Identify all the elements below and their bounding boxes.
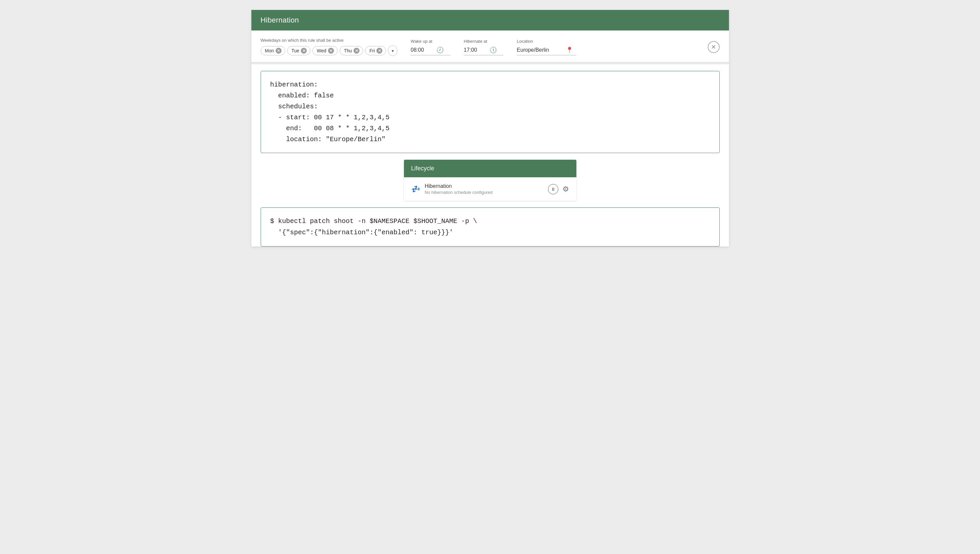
wake-up-group: Wake up at 🕗 bbox=[410, 39, 450, 55]
hibernate-input[interactable] bbox=[464, 47, 487, 53]
weekday-chips: Mon ✕ Tue ✕ Wed ✕ Thu ✕ Fri ✕ bbox=[261, 45, 397, 56]
divider bbox=[251, 62, 729, 64]
hibernate-group: Hibernate at 🕔 bbox=[464, 39, 503, 55]
chip-wed-label: Wed bbox=[317, 48, 326, 53]
chip-thu[interactable]: Thu ✕ bbox=[340, 46, 363, 55]
chip-mon[interactable]: Mon ✕ bbox=[261, 46, 285, 55]
chip-thu-remove[interactable]: ✕ bbox=[354, 48, 359, 54]
chip-tue[interactable]: Tue ✕ bbox=[287, 46, 311, 55]
hibernate-clock-icon: 🕔 bbox=[490, 46, 497, 54]
wake-up-label: Wake up at bbox=[410, 39, 450, 44]
chip-thu-label: Thu bbox=[344, 48, 352, 53]
chip-wed-remove[interactable]: ✕ bbox=[328, 48, 334, 54]
chip-mon-label: Mon bbox=[265, 48, 274, 53]
chip-tue-remove[interactable]: ✕ bbox=[301, 48, 307, 54]
close-button[interactable]: ✕ bbox=[708, 41, 720, 53]
header-bar: Hibernation bbox=[251, 10, 729, 30]
weekday-label: Weekdays on which this rule shall be act… bbox=[261, 38, 397, 43]
page-title: Hibernation bbox=[261, 16, 720, 24]
wake-up-input-wrap: 🕗 bbox=[410, 46, 450, 55]
weekday-group: Weekdays on which this rule shall be act… bbox=[261, 38, 397, 56]
terminal-content: $ kubectl patch shoot -n $NAMESPACE $SHO… bbox=[270, 216, 710, 238]
lifecycle-body: 💤 Hibernation No hibernation schedule co… bbox=[404, 177, 576, 201]
chip-fri[interactable]: Fri ✕ bbox=[365, 46, 386, 55]
location-input[interactable] bbox=[517, 47, 563, 53]
lifecycle-actions: ⏸ ⚙ bbox=[548, 184, 569, 194]
pause-button[interactable]: ⏸ bbox=[548, 184, 559, 194]
wake-up-clock-icon: 🕗 bbox=[436, 46, 444, 54]
hibernate-label: Hibernate at bbox=[464, 39, 503, 44]
yaml-content: hibernation: enabled: false schedules: -… bbox=[270, 79, 710, 145]
location-pin-icon: 📍 bbox=[566, 46, 573, 54]
location-label: Location bbox=[517, 39, 576, 44]
lifecycle-header: Lifecycle bbox=[404, 160, 576, 177]
wake-up-input[interactable] bbox=[410, 47, 434, 53]
location-group: Location 📍 bbox=[517, 39, 576, 55]
hibernation-item-sub: No hibernation schedule configured bbox=[425, 190, 543, 195]
page-wrapper: Hibernation Weekdays on which this rule … bbox=[251, 10, 729, 247]
chip-tue-label: Tue bbox=[292, 48, 300, 53]
lifecycle-title: Lifecycle bbox=[411, 165, 434, 172]
chip-wed[interactable]: Wed ✕ bbox=[313, 46, 338, 55]
terminal-block: $ kubectl patch shoot -n $NAMESPACE $SHO… bbox=[261, 207, 720, 247]
sleep-icon: 💤 bbox=[411, 185, 420, 194]
yaml-block: hibernation: enabled: false schedules: -… bbox=[261, 71, 720, 153]
chip-mon-remove[interactable]: ✕ bbox=[276, 48, 282, 54]
hibernation-item-title: Hibernation bbox=[425, 183, 543, 189]
hibernate-input-wrap: 🕔 bbox=[464, 46, 503, 55]
weekday-dropdown[interactable]: ▾ bbox=[388, 45, 397, 56]
controls-section: Weekdays on which this rule shall be act… bbox=[251, 30, 729, 62]
lifecycle-text: Hibernation No hibernation schedule conf… bbox=[425, 183, 543, 195]
gear-button[interactable]: ⚙ bbox=[562, 185, 569, 194]
lifecycle-panel: Lifecycle 💤 Hibernation No hibernation s… bbox=[404, 160, 576, 201]
location-input-wrap: 📍 bbox=[517, 46, 576, 55]
chip-fri-label: Fri bbox=[369, 48, 375, 53]
chip-fri-remove[interactable]: ✕ bbox=[377, 48, 382, 54]
